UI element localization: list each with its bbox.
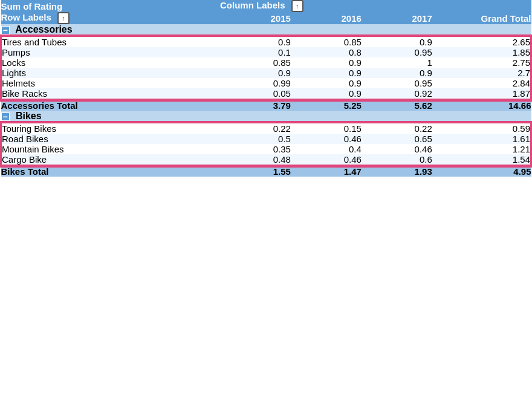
bikes-collapse-icon[interactable]: −: [1, 113, 10, 121]
table-row: Lights 0.9 0.9 0.9 2.7: [1, 68, 531, 78]
item-2017: 0.6: [362, 154, 432, 166]
accessories-total-row: Accessories Total 3.79 5.25 5.62 14.66: [1, 100, 531, 111]
item-2016: 0.15: [291, 123, 362, 134]
item-2015: 0.22: [220, 123, 291, 134]
item-grand: 2.75: [432, 57, 531, 68]
row-labels-sort-btn[interactable]: ↑: [57, 12, 70, 24]
item-2017: 0.65: [362, 134, 432, 144]
accessories-total-grand: 14.66: [432, 100, 531, 111]
header-row-2: Row Labels ↑ 2015 2016 2017 Grand Total: [1, 12, 531, 24]
item-grand: 1.85: [432, 47, 531, 57]
row-labels-text: Row Labels: [1, 12, 51, 22]
accessories-category-row: − Accessories: [1, 24, 531, 36]
bikes-total-grand: 4.95: [432, 166, 531, 177]
item-2015: 0.5: [220, 134, 291, 144]
item-2016: 0.46: [291, 154, 362, 166]
accessories-total-2017: 5.62: [362, 100, 432, 111]
bikes-category-row: − Bikes: [1, 111, 531, 123]
item-grand: 1.54: [432, 154, 531, 166]
accessories-total-label: Accessories Total: [1, 100, 220, 111]
table-row: Helmets 0.99 0.9 0.95 2.84: [1, 78, 531, 88]
item-2016: 0.8: [291, 47, 362, 57]
item-2015: 0.9: [220, 68, 291, 78]
table-row: Locks 0.85 0.9 1 2.75: [1, 57, 531, 68]
accessories-section: − Accessories: [1, 24, 531, 36]
table-row: Pumps 0.1 0.8 0.95 1.85: [1, 47, 531, 57]
item-2016: 0.4: [291, 144, 362, 154]
bikes-total-2017: 1.93: [362, 166, 432, 177]
item-name: Pumps: [1, 47, 220, 57]
item-grand: 2.65: [432, 36, 531, 48]
item-2015: 0.05: [220, 88, 291, 100]
item-2017: 0.9: [362, 36, 432, 48]
item-name: Tires and Tubes: [1, 36, 220, 48]
item-2015: 0.1: [220, 47, 291, 57]
table-row: Touring Bikes 0.22 0.15 0.22 0.59: [1, 123, 531, 134]
column-labels-sort-btn[interactable]: ↑: [291, 0, 303, 12]
col-grand-header: Grand Total: [432, 12, 531, 24]
table-row: Mountain Bikes 0.35 0.4 0.46 1.21: [1, 144, 531, 154]
item-name: Touring Bikes: [1, 123, 220, 134]
bikes-detail-group: Touring Bikes 0.22 0.15 0.22 0.59 Road B…: [1, 123, 531, 166]
item-grand: 2.7: [432, 68, 531, 78]
header-row-1: Sum of Rating Column Labels ↑: [1, 0, 531, 12]
item-name: Locks: [1, 57, 220, 68]
accessories-category-label: − Accessories: [1, 24, 531, 36]
item-grand: 2.84: [432, 78, 531, 88]
table-row: Cargo Bike 0.48 0.46 0.6 1.54: [1, 154, 531, 166]
item-name: Helmets: [1, 78, 220, 88]
column-labels-text: Column Labels: [220, 0, 285, 10]
pivot-table: Sum of Rating Column Labels ↑ Row Labels…: [0, 0, 532, 177]
item-2016: 0.9: [291, 88, 362, 100]
bikes-category-label: − Bikes: [1, 111, 531, 123]
item-2017: 0.92: [362, 88, 432, 100]
bikes-total-label: Bikes Total: [1, 166, 220, 177]
item-2015: 0.99: [220, 78, 291, 88]
item-grand: 1.21: [432, 144, 531, 154]
accessories-collapse-icon[interactable]: −: [1, 26, 10, 34]
accessories-detail-group: Tires and Tubes 0.9 0.85 0.9 2.65 Pumps …: [1, 36, 531, 100]
item-name: Bike Racks: [1, 88, 220, 100]
item-2015: 0.85: [220, 57, 291, 68]
item-2017: 0.9: [362, 68, 432, 78]
item-grand: 1.61: [432, 134, 531, 144]
item-2016: 0.9: [291, 78, 362, 88]
accessories-total-2015: 3.79: [220, 100, 291, 111]
item-2017: 1: [362, 57, 432, 68]
col-2017-header: 2017: [362, 12, 432, 24]
item-name: Road Bikes: [1, 134, 220, 144]
item-2017: 0.95: [362, 78, 432, 88]
bikes-total-row: Bikes Total 1.55 1.47 1.93 4.95: [1, 166, 531, 177]
item-grand: 1.87: [432, 88, 531, 100]
item-2016: 0.46: [291, 134, 362, 144]
item-2016: 0.9: [291, 68, 362, 78]
item-name: Lights: [1, 68, 220, 78]
table-row: Road Bikes 0.5 0.46 0.65 1.61: [1, 134, 531, 144]
item-2017: 0.22: [362, 123, 432, 134]
item-2016: 0.9: [291, 57, 362, 68]
col-2016-header: 2016: [291, 12, 362, 24]
item-2015: 0.9: [220, 36, 291, 48]
col-2015-header: 2015: [220, 12, 291, 24]
bikes-total-2015: 1.55: [220, 166, 291, 177]
item-2015: 0.48: [220, 154, 291, 166]
item-2016: 0.85: [291, 36, 362, 48]
table-row: Bike Racks 0.05 0.9 0.92 1.87: [1, 88, 531, 100]
item-name: Mountain Bikes: [1, 144, 220, 154]
item-grand: 0.59: [432, 123, 531, 134]
row-labels-header: Row Labels ↑: [1, 12, 220, 24]
accessories-total-section: Accessories Total 3.79 5.25 5.62 14.66 −…: [1, 100, 531, 123]
item-2015: 0.35: [220, 144, 291, 154]
sum-of-rating-label: Sum of Rating: [1, 0, 220, 12]
item-2017: 0.95: [362, 47, 432, 57]
bikes-total-section: Bikes Total 1.55 1.47 1.93 4.95: [1, 166, 531, 177]
item-name: Cargo Bike: [1, 154, 220, 166]
bikes-total-2016: 1.47: [291, 166, 362, 177]
accessories-total-2016: 5.25: [291, 100, 362, 111]
column-labels-header: Column Labels ↑: [220, 0, 531, 12]
item-2017: 0.46: [362, 144, 432, 154]
table-row: Tires and Tubes 0.9 0.85 0.9 2.65: [1, 36, 531, 48]
